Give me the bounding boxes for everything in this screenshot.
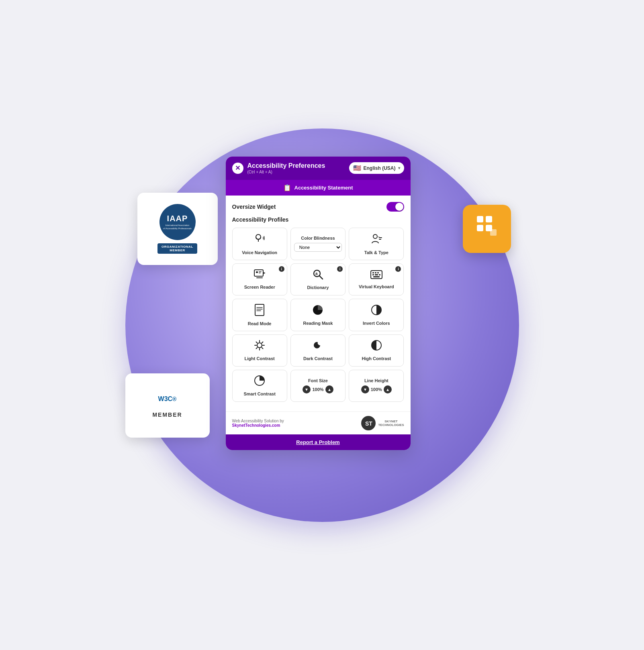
footer-logo: ST SKYNETTECHNOLOGIES xyxy=(361,416,404,430)
option-line-height[interactable]: Line Height ▾ 100% ▴ xyxy=(349,370,404,402)
option-dark-contrast[interactable]: Dark Contrast xyxy=(290,334,346,367)
profiles-label: Accessibility Profiles xyxy=(232,216,404,223)
panel-subtitle: (Ctrl + Alt + A) xyxy=(247,170,325,174)
dictionary-icon: a xyxy=(312,269,323,283)
svg-rect-20 xyxy=(372,274,374,275)
w3c-member: MEMBER xyxy=(152,412,182,418)
footer-text-group: Web Accessibility Solution by SkynetTech… xyxy=(232,419,284,428)
svg-rect-19 xyxy=(377,272,379,273)
svg-line-35 xyxy=(256,342,258,343)
statement-bar-text: Accessibility Statement xyxy=(294,185,353,191)
line-height-decrease[interactable]: ▾ xyxy=(361,385,369,393)
report-button[interactable]: Report a Problem xyxy=(226,434,411,450)
svg-line-36 xyxy=(262,348,263,349)
color-blindness-select[interactable]: None Protanopia Deuteranopia Tritanopia xyxy=(294,243,342,252)
light-contrast-icon xyxy=(254,340,265,354)
screen-reader-info[interactable]: i xyxy=(279,266,284,272)
read-mode-label: Read Mode xyxy=(248,321,272,326)
svg-rect-9 xyxy=(254,270,263,276)
high-contrast-icon xyxy=(371,340,382,354)
high-contrast-label: High Contrast xyxy=(362,356,391,361)
st-logo: ST xyxy=(361,416,376,430)
svg-rect-12 xyxy=(259,273,261,273)
svg-rect-24 xyxy=(255,304,264,316)
option-invert-colors[interactable]: Invert Colors xyxy=(349,299,404,331)
screen-reader-icon xyxy=(254,269,266,282)
line-height-increase[interactable]: ▴ xyxy=(384,385,392,393)
option-read-mode[interactable]: Read Mode xyxy=(232,299,287,331)
smart-contrast-icon xyxy=(254,375,265,389)
option-voice-navigation[interactable]: Voice Navigation xyxy=(232,228,287,260)
svg-rect-17 xyxy=(372,272,374,273)
svg-rect-1 xyxy=(486,216,492,222)
option-virtual-keyboard[interactable]: i Virtual Keyboard xyxy=(349,263,404,295)
st-label: SKYNETTECHNOLOGIES xyxy=(378,420,404,427)
dark-contrast-label: Dark Contrast xyxy=(303,356,333,361)
svg-rect-21 xyxy=(375,274,378,275)
scene: IAAP International Associationof Accessi… xyxy=(101,104,543,546)
statement-bar[interactable]: 📋 Accessibility Statement xyxy=(226,180,411,196)
option-smart-contrast[interactable]: Smart Contrast xyxy=(232,370,287,402)
read-mode-icon xyxy=(254,304,265,319)
svg-rect-23 xyxy=(373,276,380,277)
option-light-contrast[interactable]: Light Contrast xyxy=(232,334,287,367)
option-dictionary[interactable]: i a Dictionary xyxy=(290,263,346,295)
font-size-increase[interactable]: ▴ xyxy=(325,385,333,393)
svg-point-7 xyxy=(373,234,377,238)
toggle-knob xyxy=(395,203,403,211)
oversize-widget-row: Oversize Widget xyxy=(232,202,404,212)
screen-reader-label: Screen Reader xyxy=(244,285,275,289)
w3c-sup: ® xyxy=(172,396,176,402)
svg-rect-11 xyxy=(259,271,262,272)
options-row-3: Read Mode Reading Mask xyxy=(232,299,404,331)
options-row-5: Smart Contrast Font Size ▾ 100% ▴ Line H… xyxy=(232,370,404,402)
lang-label: English (USA) xyxy=(364,165,396,171)
option-screen-reader[interactable]: i Screen Reader xyxy=(232,263,287,295)
dictionary-label: Dictionary xyxy=(307,285,329,290)
line-height-controls: ▾ 100% ▴ xyxy=(361,385,392,393)
voice-navigation-icon xyxy=(254,233,266,248)
svg-rect-22 xyxy=(379,274,380,275)
svg-text:a: a xyxy=(315,271,318,276)
font-size-label: Font Size xyxy=(308,378,328,383)
invert-colors-icon xyxy=(371,304,382,318)
option-talk-and-type[interactable]: Talk & Type xyxy=(349,228,404,260)
orange-card xyxy=(463,205,511,253)
dark-contrast-icon xyxy=(312,340,323,354)
color-blindness-label: Color Blindness xyxy=(301,236,335,240)
option-high-contrast[interactable]: High Contrast xyxy=(349,334,404,367)
invert-colors-label: Invert Colors xyxy=(363,321,390,326)
w3c-logo: W3C® xyxy=(158,393,177,410)
smart-contrast-label: Smart Contrast xyxy=(243,391,275,396)
font-size-value: 100% xyxy=(312,387,323,392)
svg-line-38 xyxy=(256,348,258,349)
dictionary-info[interactable]: i xyxy=(337,266,343,272)
options-row-2: i Screen Reader i xyxy=(232,263,404,295)
accessibility-panel: ✕ Accessibility Preferences (Ctrl + Alt … xyxy=(226,157,411,450)
w3c-card: W3C® MEMBER xyxy=(125,373,210,438)
language-selector[interactable]: 🇺🇸 English (USA) ▾ xyxy=(349,162,404,174)
oversize-widget-label: Oversize Widget xyxy=(232,204,276,210)
virtual-keyboard-info[interactable]: i xyxy=(395,266,401,272)
iaap-member-badge: ORGANIZATIONALMEMBER xyxy=(157,243,197,254)
light-contrast-label: Light Contrast xyxy=(245,356,275,361)
line-height-label: Line Height xyxy=(364,378,388,383)
statement-icon: 📋 xyxy=(283,184,291,192)
oversize-widget-toggle[interactable] xyxy=(386,202,404,212)
flag-icon: 🇺🇸 xyxy=(353,164,361,172)
w3c-title: W3C xyxy=(158,395,173,402)
svg-rect-10 xyxy=(256,271,258,273)
option-color-blindness[interactable]: Color Blindness None Protanopia Deuteran… xyxy=(290,228,346,260)
option-font-size[interactable]: Font Size ▾ 100% ▴ xyxy=(290,370,346,402)
close-button[interactable]: ✕ xyxy=(232,163,243,174)
font-size-decrease[interactable]: ▾ xyxy=(303,385,311,393)
iaap-subtitle: International Associationof Accessibilit… xyxy=(163,224,191,230)
option-reading-mask[interactable]: Reading Mask xyxy=(290,299,346,331)
panel-header-left: ✕ Accessibility Preferences (Ctrl + Alt … xyxy=(232,162,325,174)
svg-rect-18 xyxy=(375,272,376,273)
close-icon: ✕ xyxy=(235,165,240,171)
reading-mask-label: Reading Mask xyxy=(303,321,333,326)
footer-link[interactable]: SkynetTechnologies.com xyxy=(232,423,280,428)
orange-card-icon xyxy=(475,214,499,243)
options-row-4: Light Contrast Dark Contrast xyxy=(232,334,404,367)
